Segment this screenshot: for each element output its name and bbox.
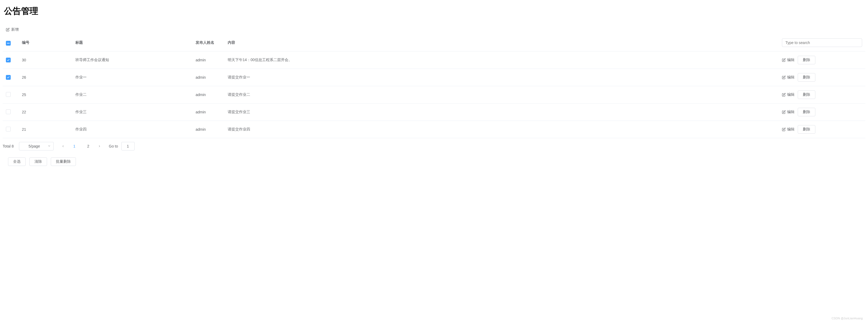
select-all-checkbox[interactable] (6, 41, 11, 46)
table-row: 30 班导师工作会议通知 admin 明天下午14：00信息工程系二层开会。 编… (3, 51, 865, 69)
search-input[interactable] (782, 38, 862, 47)
delete-button[interactable]: 删除 (798, 73, 815, 82)
table-row: 22 作业三 admin 请提交作业三 编辑 删除 (3, 104, 865, 121)
edit-button[interactable]: 编辑 (782, 58, 795, 63)
page-size-label: 5/page (29, 144, 40, 148)
edit-button[interactable]: 编辑 (782, 92, 795, 97)
delete-button[interactable]: 删除 (798, 91, 815, 99)
edit-label: 编辑 (787, 92, 795, 97)
cell-title: 作业二 (72, 86, 192, 104)
cell-content: 明天下午14：00信息工程系二层开会。 (224, 51, 779, 69)
cell-publisher: admin (192, 121, 224, 138)
cell-publisher: admin (192, 69, 224, 86)
goto-label: Go to (109, 144, 118, 148)
prev-page-button[interactable] (59, 142, 67, 150)
cell-content: 请提交作业二 (224, 86, 779, 104)
cell-title: 班导师工作会议通知 (72, 51, 192, 69)
pagination: Total 8 5/page 12 Go to (3, 138, 865, 154)
cell-publisher: admin (192, 51, 224, 69)
goto-input[interactable] (121, 142, 135, 150)
header-publisher: 发布人姓名 (192, 34, 224, 51)
row-checkbox[interactable] (6, 58, 11, 63)
bulk-actions: 全选 清除 批量删除 (3, 154, 865, 166)
page-size-select[interactable]: 5/page (19, 142, 54, 150)
table-row: 26 作业一 admin 请提交作业一 编辑 删除 (3, 69, 865, 86)
page-number-1[interactable]: 1 (70, 142, 78, 150)
delete-button[interactable]: 删除 (798, 125, 815, 134)
header-content: 内容 (224, 34, 779, 51)
cell-content: 请提交作业三 (224, 104, 779, 121)
cell-publisher: admin (192, 86, 224, 104)
announcement-table: 编号 标题 发布人姓名 内容 30 班导师工作会议通知 admin 明天下午14… (3, 34, 865, 138)
add-label: 新增 (11, 27, 19, 32)
edit-button[interactable]: 编辑 (782, 110, 795, 114)
total-count: Total 8 (3, 144, 13, 148)
cell-publisher: admin (192, 104, 224, 121)
edit-button[interactable]: 编辑 (782, 127, 795, 132)
edit-label: 编辑 (787, 75, 795, 80)
cell-content: 请提交作业一 (224, 69, 779, 86)
delete-button[interactable]: 删除 (798, 56, 815, 64)
edit-button[interactable]: 编辑 (782, 75, 795, 80)
cell-id: 25 (19, 86, 72, 104)
cell-content: 请提交作业四 (224, 121, 779, 138)
header-id: 编号 (19, 34, 72, 51)
edit-icon (782, 58, 786, 62)
edit-label: 编辑 (787, 58, 795, 63)
batch-delete-button[interactable]: 批量删除 (51, 157, 76, 166)
edit-icon (782, 75, 786, 79)
row-checkbox[interactable] (6, 92, 11, 97)
row-checkbox[interactable] (6, 75, 11, 80)
cell-id: 22 (19, 104, 72, 121)
cell-id: 21 (19, 121, 72, 138)
header-title: 标题 (72, 34, 192, 51)
edit-label: 编辑 (787, 127, 795, 132)
edit-icon (782, 93, 786, 97)
select-all-button[interactable]: 全选 (8, 157, 26, 166)
delete-button[interactable]: 删除 (798, 108, 815, 116)
edit-icon (782, 110, 786, 114)
row-checkbox[interactable] (6, 109, 11, 114)
add-button[interactable]: 新增 (3, 25, 865, 34)
edit-label: 编辑 (787, 110, 795, 114)
cell-id: 26 (19, 69, 72, 86)
edit-icon (6, 28, 10, 32)
cell-title: 作业三 (72, 104, 192, 121)
cell-title: 作业四 (72, 121, 192, 138)
page-title: 公告管理 (3, 5, 865, 17)
table-row: 25 作业二 admin 请提交作业二 编辑 删除 (3, 86, 865, 104)
table-row: 21 作业四 admin 请提交作业四 编辑 删除 (3, 121, 865, 138)
cell-title: 作业一 (72, 69, 192, 86)
page-number-2[interactable]: 2 (84, 142, 92, 150)
clear-button[interactable]: 清除 (29, 157, 47, 166)
next-page-button[interactable] (95, 142, 103, 150)
cell-id: 30 (19, 51, 72, 69)
row-checkbox[interactable] (6, 127, 11, 132)
edit-icon (782, 128, 786, 131)
chevron-down-icon (48, 144, 51, 148)
